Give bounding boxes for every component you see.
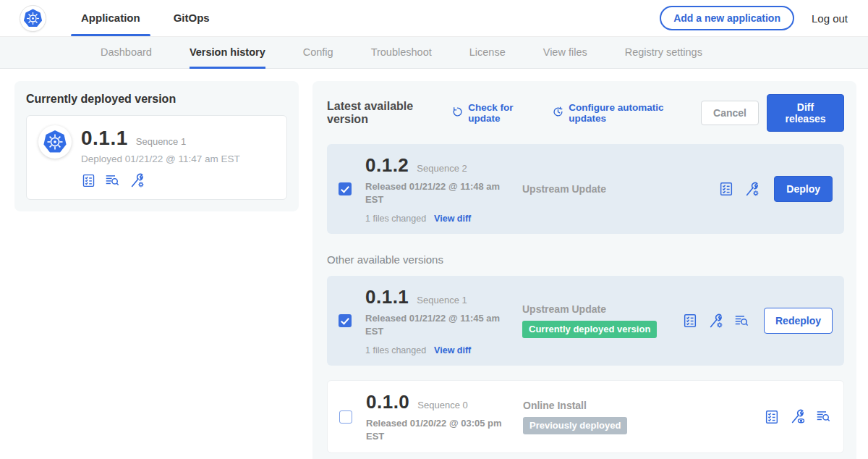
files-changed-label: 1 files changed [365, 214, 426, 224]
refresh-icon [451, 106, 464, 120]
released-timestamp: Released 01/21/22 @ 11:45 am EST [365, 312, 509, 337]
view-diff-link[interactable]: View diff [434, 214, 471, 224]
configure-automatic-updates-link[interactable]: Configure automatic updates [552, 102, 685, 124]
check-for-update-link[interactable]: Check for update [451, 102, 536, 124]
deployed-timestamp: Deployed 01/21/22 @ 11:47 am EST [81, 153, 240, 164]
currently-deployed-panel: Currently deployed version 0.1.1 Sequenc… [14, 81, 299, 211]
released-timestamp: Released 01/20/22 @ 03:05 pm EST [366, 417, 509, 442]
other-available-versions-title: Other available versions [327, 253, 844, 266]
deployed-sequence-label: Sequence 1 [136, 136, 186, 147]
tab-dashboard[interactable]: Dashboard [101, 37, 152, 68]
sequence-label: Sequence 0 [417, 400, 467, 410]
check-for-update-label: Check for update [468, 102, 536, 124]
version-history-panel: Latest available version Check for updat… [312, 81, 856, 459]
view-config-icon[interactable] [789, 408, 806, 425]
preflight-checks-icon[interactable] [718, 181, 734, 197]
edit-config-icon[interactable] [744, 181, 760, 198]
edit-config-icon[interactable] [707, 313, 724, 329]
files-changed-label: 1 files changed [365, 345, 426, 355]
redeploy-button[interactable]: Redeploy [764, 308, 833, 334]
tab-view-files[interactable]: View files [543, 37, 587, 68]
version-source-label: Upstream Update [522, 183, 718, 195]
tab-license[interactable]: License [469, 37, 506, 68]
version-source-label: Online Install [523, 400, 764, 411]
cancel-button[interactable]: Cancel [701, 101, 759, 125]
version-checkbox[interactable] [339, 314, 352, 327]
main-content: Currently deployed version 0.1.1 Sequenc… [0, 69, 868, 459]
version-card-0-1-1: 0.1.1 Sequence 1 Released 01/21/22 @ 11:… [327, 276, 844, 366]
version-checkbox[interactable] [339, 410, 352, 424]
tab-version-history[interactable]: Version history [190, 37, 265, 68]
kubernetes-logo-icon [20, 5, 46, 32]
preflight-checks-icon[interactable] [764, 409, 780, 425]
deploy-logs-icon[interactable] [104, 173, 121, 188]
edit-config-icon[interactable] [129, 172, 145, 189]
latest-available-header: Latest available version Check for updat… [327, 94, 844, 132]
currently-deployed-title: Currently deployed version [26, 93, 287, 106]
version-source-label: Upstream Update [522, 303, 682, 315]
top-nav: Application GitOps Add a new application… [0, 0, 868, 36]
nav-tab-application[interactable]: Application [71, 0, 150, 36]
version-number: 0.1.0 [366, 391, 409, 413]
preflight-checks-icon[interactable] [81, 173, 96, 188]
diff-releases-button[interactable]: Diff releases [767, 94, 844, 132]
currently-deployed-badge: Currently deployed version [522, 321, 657, 338]
configure-automatic-updates-label: Configure automatic updates [569, 102, 685, 124]
sequence-label: Sequence 1 [417, 295, 467, 306]
sequence-label: Sequence 2 [417, 163, 467, 174]
deploy-logs-icon[interactable] [733, 313, 750, 329]
latest-available-title: Latest available version [327, 100, 441, 126]
deploy-logs-icon[interactable] [815, 409, 832, 424]
add-new-application-button[interactable]: Add a new application [660, 6, 794, 30]
deployed-version-number: 0.1.1 [81, 127, 128, 150]
tab-registry-settings[interactable]: Registry settings [625, 37, 702, 68]
nav-tab-gitops[interactable]: GitOps [163, 0, 220, 36]
version-number: 0.1.1 [365, 286, 409, 308]
logout-button[interactable]: Log out [812, 12, 848, 25]
preflight-checks-icon[interactable] [682, 313, 698, 329]
deploy-button[interactable]: Deploy [774, 176, 833, 202]
view-diff-link[interactable]: View diff [434, 345, 471, 355]
version-card-0-1-0: 0.1.0 Sequence 0 Released 01/20/22 @ 03:… [327, 380, 844, 453]
tab-config[interactable]: Config [303, 37, 333, 68]
released-timestamp: Released 01/21/22 @ 11:48 am EST [365, 180, 509, 206]
currently-deployed-card: 0.1.1 Sequence 1 Deployed 01/21/22 @ 11:… [26, 115, 287, 200]
version-checkbox[interactable] [339, 182, 352, 195]
version-card-0-1-2: 0.1.2 Sequence 2 Released 01/21/22 @ 11:… [327, 144, 844, 234]
version-number: 0.1.2 [365, 154, 409, 177]
app-sub-nav: Dashboard Version history Config Trouble… [0, 36, 868, 69]
app-kubernetes-icon [38, 125, 72, 159]
tab-troubleshoot[interactable]: Troubleshoot [371, 37, 432, 68]
previously-deployed-badge: Previously deployed [523, 417, 627, 434]
clock-refresh-icon [552, 106, 564, 120]
